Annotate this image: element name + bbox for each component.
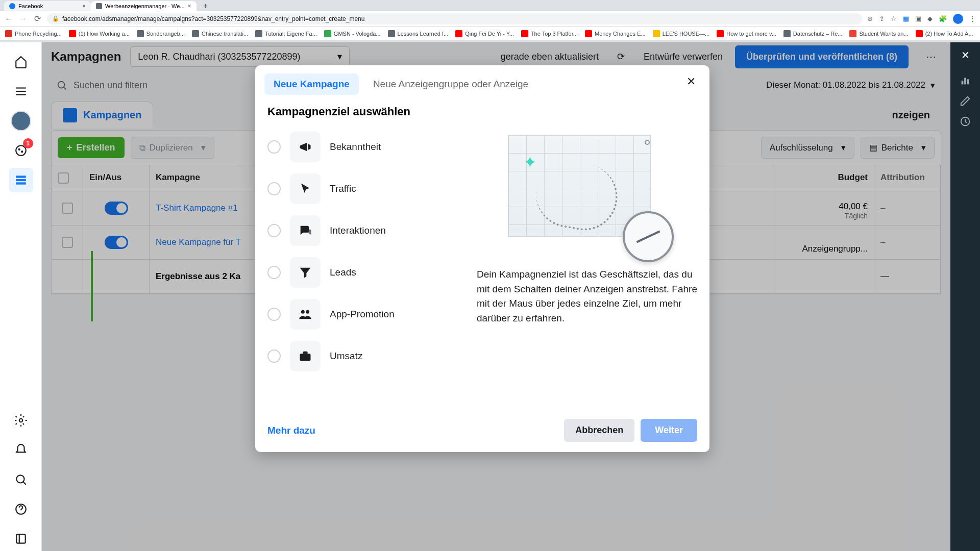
bookmark-favicon [137, 30, 144, 37]
bookmark-item[interactable]: The Top 3 Platfor... [521, 30, 578, 37]
radio-button[interactable] [267, 349, 281, 363]
extension-icon[interactable]: ▣ [915, 15, 921, 22]
bookmark-favicon [783, 30, 791, 37]
search-icon[interactable] [9, 467, 33, 492]
svg-rect-6 [16, 176, 26, 178]
briefcase-icon [290, 341, 321, 371]
lock-icon: 🔒 [52, 15, 59, 22]
browser-chrome: Facebook × Werbeanzeigenmanager - We... … [0, 0, 980, 42]
objective-list: Bekanntheit Traffic Interaktionen Leads … [267, 124, 467, 400]
bookmark-item[interactable]: Phone Recycling... [5, 30, 62, 37]
cancel-button[interactable]: Abbrechen [564, 419, 634, 442]
svg-rect-14 [962, 81, 964, 84]
learn-more-link[interactable]: Mehr dazu [267, 425, 315, 436]
svg-rect-12 [16, 534, 25, 543]
browser-tab[interactable]: Werbeanzeigenmanager - We... × [91, 1, 197, 11]
bookmark-item[interactable]: How to get more v... [717, 30, 776, 37]
url-input[interactable]: 🔒 facebook.com/adsmanager/manage/campaig… [47, 13, 862, 24]
bookmark-item[interactable]: Tutorial: Eigene Fa... [255, 30, 317, 37]
table-icon[interactable] [9, 168, 33, 192]
bookmark-item[interactable]: LEE'S HOUSE—... [653, 30, 710, 37]
radio-button[interactable] [267, 224, 281, 237]
cursor-icon [290, 173, 321, 204]
bookmark-item[interactable]: Chinese translati... [192, 30, 248, 37]
objective-label: Interaktionen [330, 225, 386, 236]
bookmark-label: Student Wants an... [859, 31, 908, 37]
bookmark-item[interactable]: Sonderangeb... [137, 30, 185, 37]
bookmark-favicon [653, 30, 660, 37]
close-icon[interactable]: × [82, 3, 86, 10]
modal-footer: Mehr dazu Abbrechen Weiter [255, 410, 709, 452]
extension-icon[interactable]: ▦ [903, 15, 909, 22]
tab-strip: Facebook × Werbeanzeigenmanager - We... … [0, 0, 980, 11]
right-rail: ✕ [950, 42, 980, 551]
objective-megaphone[interactable]: Bekanntheit [267, 130, 467, 164]
modal-tab-new-campaign[interactable]: Neue Kampagne [264, 73, 359, 95]
share-icon[interactable]: ⇪ [879, 15, 885, 22]
objective-label: Bekanntheit [330, 141, 381, 153]
cookie-icon[interactable]: 1 [9, 138, 33, 163]
browser-tab[interactable]: Facebook × [4, 1, 91, 11]
objective-label: Umsatz [330, 350, 362, 362]
modal-tab-new-adset[interactable]: Neue Anzeigengruppe oder Anzeige [364, 73, 537, 95]
star-icon: ✦ [523, 153, 537, 172]
bookmark-favicon [324, 30, 331, 37]
zoom-icon[interactable]: ⊕ [867, 15, 873, 22]
collapse-icon[interactable] [9, 527, 33, 551]
help-icon[interactable] [9, 497, 33, 521]
menu-icon[interactable]: ⋮ [969, 15, 976, 22]
extension-icon[interactable]: ◆ [927, 15, 933, 22]
edit-icon[interactable] [960, 95, 971, 107]
bookmark-item[interactable]: Datenschutz – Re... [783, 30, 843, 37]
home-icon[interactable] [9, 49, 33, 74]
bookmark-item[interactable]: (2) How To Add A... [916, 30, 973, 37]
bookmark-item[interactable]: Student Wants an... [849, 30, 908, 37]
bookmark-item[interactable]: GMSN - Vologda... [324, 30, 381, 37]
back-icon[interactable]: ← [4, 14, 13, 23]
objective-briefcase[interactable]: Umsatz [267, 339, 467, 373]
forward-icon[interactable]: → [18, 14, 28, 23]
bookmark-item[interactable]: Money Changes E... [585, 30, 646, 37]
close-icon[interactable]: ✕ [682, 72, 700, 91]
description-text: Dein Kampagnenziel ist das Geschäftsziel… [477, 267, 697, 325]
profile-avatar[interactable] [953, 14, 963, 24]
radio-button[interactable] [267, 182, 281, 195]
avatar[interactable] [9, 109, 33, 133]
objective-cursor[interactable]: Traffic [267, 171, 467, 206]
radio-button[interactable] [267, 266, 281, 279]
bookmark-label: Datenschutz – Re... [793, 31, 843, 37]
bookmark-favicon [585, 30, 592, 37]
bookmark-favicon [455, 30, 462, 37]
objective-funnel[interactable]: Leads [267, 255, 467, 290]
new-tab-button[interactable]: + [201, 1, 211, 11]
bookmark-label: Chinese translati... [202, 31, 248, 37]
close-icon[interactable]: ✕ [960, 49, 971, 61]
compass-icon [623, 211, 674, 262]
bookmark-favicon [521, 30, 528, 37]
modal-heading: Kampagnenziel auswählen [255, 95, 709, 124]
objective-people[interactable]: App-Promotion [267, 297, 467, 332]
radio-button[interactable] [267, 140, 281, 154]
bookmark-item[interactable]: Lessons Learned f... [388, 30, 449, 37]
tab-title: Facebook [18, 3, 43, 9]
svg-rect-2 [16, 94, 26, 95]
gear-icon[interactable] [9, 408, 33, 433]
radio-button[interactable] [267, 308, 281, 321]
star-icon[interactable]: ☆ [891, 15, 897, 22]
chart-icon[interactable] [960, 75, 971, 86]
bookmark-favicon [388, 30, 395, 37]
objective-chat[interactable]: Interaktionen [267, 213, 467, 248]
clock-icon[interactable] [960, 116, 971, 127]
next-button[interactable]: Weiter [641, 419, 697, 442]
bookmark-item[interactable]: (1) How Working a... [69, 30, 130, 37]
menu-icon[interactable] [9, 79, 33, 104]
bell-icon[interactable] [9, 438, 33, 462]
bookmark-item[interactable]: Qing Fei De Yi - Y... [455, 30, 514, 37]
svg-rect-1 [16, 91, 26, 92]
close-icon[interactable]: × [188, 3, 191, 10]
reload-icon[interactable]: ⟳ [33, 14, 42, 23]
bookmark-favicon [192, 30, 199, 37]
bookmark-favicon [849, 30, 856, 37]
bookmark-favicon [916, 30, 923, 37]
puzzle-icon[interactable]: 🧩 [939, 15, 947, 22]
